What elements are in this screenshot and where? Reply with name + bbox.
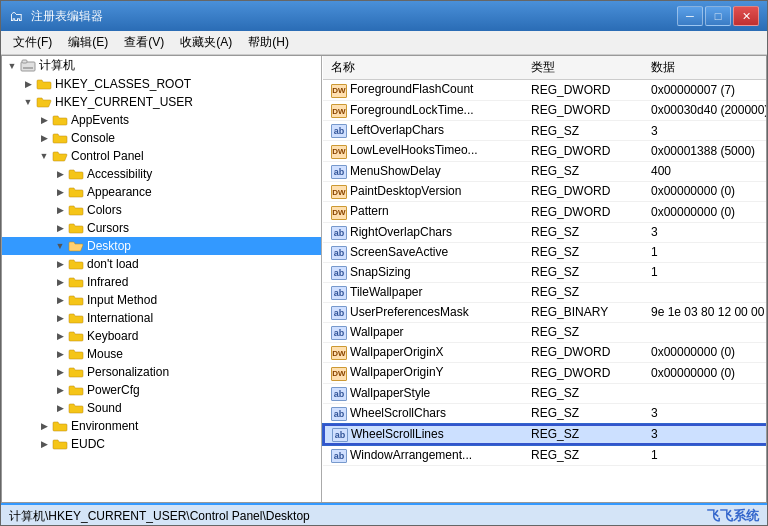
menu-item-a[interactable]: 收藏夹(A) (172, 32, 240, 53)
tree-item-dontload[interactable]: ▶don't load (2, 255, 321, 273)
tree-label-desktop: Desktop (87, 239, 131, 253)
expand-icon-appevents[interactable]: ▶ (36, 112, 52, 128)
expand-icon-international[interactable]: ▶ (52, 310, 68, 326)
registry-row-4[interactable]: abMenuShowDelayREG_SZ400 (323, 161, 766, 181)
tree-item-keyboard[interactable]: ▶Keyboard (2, 327, 321, 345)
registry-name-17: abWheelScrollLines (323, 424, 523, 445)
folder-icon-mouse (68, 347, 84, 361)
tree-item-hkcr[interactable]: ▶HKEY_CLASSES_ROOT (2, 75, 321, 93)
folder-icon-personalization (68, 365, 84, 379)
tree-item-inputmethod[interactable]: ▶Input Method (2, 291, 321, 309)
menu-item-v[interactable]: 查看(V) (116, 32, 172, 53)
registry-name-9: abSnapSizing (323, 262, 523, 282)
expand-icon-colors[interactable]: ▶ (52, 202, 68, 218)
registry-row-15[interactable]: abWallpaperStyleREG_SZ (323, 383, 766, 403)
window-title: 注册表编辑器 (31, 8, 677, 25)
registry-row-9[interactable]: abSnapSizingREG_SZ1 (323, 262, 766, 282)
tree-item-international[interactable]: ▶International (2, 309, 321, 327)
svg-rect-1 (22, 60, 27, 63)
registry-type-14: REG_DWORD (523, 363, 643, 384)
registry-row-2[interactable]: abLeftOverlapCharsREG_SZ3 (323, 121, 766, 141)
folder-icon-controlpanel (52, 149, 68, 163)
tree-item-infrared[interactable]: ▶Infrared (2, 273, 321, 291)
registry-data-13: 0x00000000 (0) (643, 342, 766, 363)
expand-icon-eudc[interactable]: ▶ (36, 436, 52, 452)
restore-button[interactable]: □ (705, 6, 731, 26)
tree-item-desktop[interactable]: ▼Desktop (2, 237, 321, 255)
registry-type-17: REG_SZ (523, 424, 643, 445)
registry-row-17[interactable]: abWheelScrollLinesREG_SZ3 (323, 424, 766, 445)
expand-icon-appearance[interactable]: ▶ (52, 184, 68, 200)
expand-icon-mouse[interactable]: ▶ (52, 346, 68, 362)
expand-icon-hkcr[interactable]: ▶ (20, 76, 36, 92)
tree-item-hkcu[interactable]: ▼HKEY_CURRENT_USER (2, 93, 321, 111)
close-button[interactable]: ✕ (733, 6, 759, 26)
folder-icon-colors (68, 203, 84, 217)
string-icon: ab (331, 407, 347, 421)
tree-item-console[interactable]: ▶Console (2, 129, 321, 147)
registry-row-0[interactable]: DWForegroundFlashCountREG_DWORD0x0000000… (323, 80, 766, 101)
registry-row-13[interactable]: DWWallpaperOriginXREG_DWORD0x00000000 (0… (323, 342, 766, 363)
tree-label-accessibility: Accessibility (87, 167, 152, 181)
tree-item-appearance[interactable]: ▶Appearance (2, 183, 321, 201)
expand-icon-console[interactable]: ▶ (36, 130, 52, 146)
registry-row-8[interactable]: abScreenSaveActiveREG_SZ1 (323, 242, 766, 262)
registry-row-14[interactable]: DWWallpaperOriginYREG_DWORD0x00000000 (0… (323, 363, 766, 384)
expand-icon-computer[interactable]: ▼ (4, 58, 20, 74)
expand-icon-keyboard[interactable]: ▶ (52, 328, 68, 344)
menu-item-e[interactable]: 编辑(E) (60, 32, 116, 53)
values-panel[interactable]: 名称 类型 数据 DWForegroundFlashCountREG_DWORD… (322, 56, 766, 502)
expand-icon-inputmethod[interactable]: ▶ (52, 292, 68, 308)
menu-item-f[interactable]: 文件(F) (5, 32, 60, 53)
registry-name-13: DWWallpaperOriginX (323, 342, 523, 363)
string-icon: ab (331, 124, 347, 138)
registry-row-12[interactable]: abWallpaperREG_SZ (323, 322, 766, 342)
expand-icon-cursors[interactable]: ▶ (52, 220, 68, 236)
registry-row-10[interactable]: abTileWallpaperREG_SZ (323, 282, 766, 302)
tree-item-accessibility[interactable]: ▶Accessibility (2, 165, 321, 183)
tree-item-appevents[interactable]: ▶AppEvents (2, 111, 321, 129)
tree-item-colors[interactable]: ▶Colors (2, 201, 321, 219)
registry-row-3[interactable]: DWLowLevelHooksTimeo...REG_DWORD0x000013… (323, 141, 766, 162)
tree-item-cursors[interactable]: ▶Cursors (2, 219, 321, 237)
expand-icon-controlpanel[interactable]: ▼ (36, 148, 52, 164)
tree-panel[interactable]: ▼计算机▶HKEY_CLASSES_ROOT▼HKEY_CURRENT_USER… (2, 56, 322, 502)
tree-label-hkcu: HKEY_CURRENT_USER (55, 95, 193, 109)
registry-row-16[interactable]: abWheelScrollCharsREG_SZ3 (323, 403, 766, 424)
registry-row-5[interactable]: DWPaintDesktopVersionREG_DWORD0x00000000… (323, 181, 766, 202)
tree-item-eudc[interactable]: ▶EUDC (2, 435, 321, 453)
minimize-button[interactable]: ─ (677, 6, 703, 26)
tree-item-mouse[interactable]: ▶Mouse (2, 345, 321, 363)
string-icon: ab (332, 428, 348, 442)
registry-data-0: 0x00000007 (7) (643, 80, 766, 101)
expand-icon-personalization[interactable]: ▶ (52, 364, 68, 380)
registry-row-1[interactable]: DWForegroundLockTime...REG_DWORD0x00030d… (323, 100, 766, 121)
watermark: 飞飞系统 (707, 507, 759, 525)
registry-type-13: REG_DWORD (523, 342, 643, 363)
registry-type-9: REG_SZ (523, 262, 643, 282)
svg-rect-2 (23, 67, 33, 69)
tree-item-computer[interactable]: ▼计算机 (2, 56, 321, 75)
string-icon: ab (331, 286, 347, 300)
tree-item-personalization[interactable]: ▶Personalization (2, 363, 321, 381)
tree-item-controlpanel[interactable]: ▼Control Panel (2, 147, 321, 165)
expand-icon-desktop[interactable]: ▼ (52, 238, 68, 254)
expand-icon-accessibility[interactable]: ▶ (52, 166, 68, 182)
tree-item-environment[interactable]: ▶Environment (2, 417, 321, 435)
expand-icon-environment[interactable]: ▶ (36, 418, 52, 434)
tree-label-controlpanel: Control Panel (71, 149, 144, 163)
expand-icon-dontload[interactable]: ▶ (52, 256, 68, 272)
tree-item-powercfg[interactable]: ▶PowerCfg (2, 381, 321, 399)
expand-icon-powercfg[interactable]: ▶ (52, 382, 68, 398)
expand-icon-infrared[interactable]: ▶ (52, 274, 68, 290)
tree-label-powercfg: PowerCfg (87, 383, 140, 397)
registry-row-7[interactable]: abRightOverlapCharsREG_SZ3 (323, 222, 766, 242)
registry-row-6[interactable]: DWPatternREG_DWORD0x00000000 (0) (323, 202, 766, 223)
registry-data-15 (643, 383, 766, 403)
menu-item-h[interactable]: 帮助(H) (240, 32, 297, 53)
tree-item-sound[interactable]: ▶Sound (2, 399, 321, 417)
expand-icon-hkcu[interactable]: ▼ (20, 94, 36, 110)
registry-row-11[interactable]: abUserPreferencesMaskREG_BINARY9e 1e 03 … (323, 302, 766, 322)
registry-row-18[interactable]: abWindowArrangement...REG_SZ1 (323, 445, 766, 466)
expand-icon-sound[interactable]: ▶ (52, 400, 68, 416)
